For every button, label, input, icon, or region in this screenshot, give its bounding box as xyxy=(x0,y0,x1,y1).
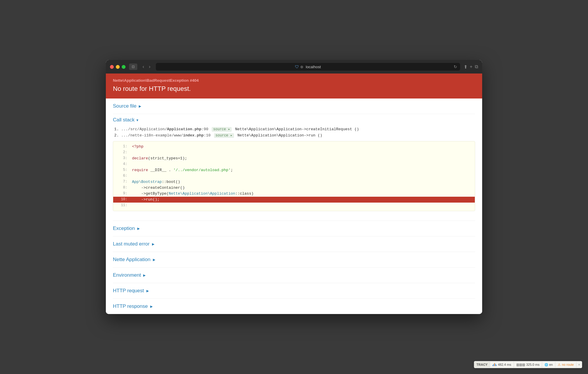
nette-application-section[interactable]: Nette Application ▶ xyxy=(106,252,482,267)
code-line-7: 7: App\Bootstrap::boot() xyxy=(113,179,475,185)
privacy-icon: ⊕ xyxy=(300,65,303,69)
code-line-1: 1: <?php xyxy=(113,144,475,150)
warning-icon: ⚠ xyxy=(558,363,561,367)
http-response-title: HTTP response xyxy=(113,303,148,309)
callstack-args-1: () xyxy=(354,127,359,131)
address-bar[interactable]: 🛡 ⊕ localhost ↻ xyxy=(156,63,460,71)
tracy-label: TRACY xyxy=(474,362,490,368)
share-button[interactable]: ⬆ xyxy=(464,64,467,70)
code-line-5: 5: require __DIR__ . '/../vendor/autoloa… xyxy=(113,167,475,173)
last-muted-error-section[interactable]: Last muted error ▶ xyxy=(106,236,482,252)
tracy-error-label: no route xyxy=(562,363,574,366)
code-line-10: 10: ->run(); xyxy=(113,197,475,203)
memory-icon: ▥▥▥ xyxy=(516,363,525,367)
code-line-2: 2: xyxy=(113,150,475,156)
forward-button[interactable]: › xyxy=(147,64,152,70)
callstack-path-2: .../nette-i18n-example/www/index.php:10 xyxy=(121,133,211,138)
fullscreen-traffic-light[interactable] xyxy=(122,65,126,69)
source-file-title: Source file xyxy=(113,103,136,109)
code-line-6: 6: xyxy=(113,173,475,179)
source-file-arrow: ▶ xyxy=(139,104,141,108)
bar-chart-icon xyxy=(492,363,497,367)
browser-actions: ⬆ + ⧉ xyxy=(464,64,478,70)
last-muted-error-arrow: ▶ xyxy=(152,242,154,246)
source-file-section[interactable]: Source file ▶ xyxy=(106,98,482,114)
exception-label: Nette\Application\BadRequestException #4… xyxy=(113,78,475,83)
exception-arrow: ▶ xyxy=(137,227,140,231)
exception-section[interactable]: Exception ▶ xyxy=(106,221,482,236)
nette-application-title: Nette Application xyxy=(113,257,151,263)
tracy-bar: TRACY 482.4 ms ▥▥▥ 325.0 ms 🌐 en ⚠ no ro… xyxy=(474,361,582,368)
callstack-label: Call stack xyxy=(113,117,135,123)
tracy-time: 482.4 ms xyxy=(498,363,511,366)
http-request-title: HTTP request xyxy=(113,288,144,294)
lang-icon: 🌐 xyxy=(544,363,548,366)
environment-section[interactable]: Environment ▶ xyxy=(106,268,482,283)
tracy-lang-stat: 🌐 en xyxy=(542,362,555,368)
back-button[interactable]: ‹ xyxy=(141,64,146,70)
http-response-section[interactable]: HTTP response ▶ xyxy=(106,299,482,314)
url-text: localhost xyxy=(306,65,321,69)
tab-overview-button[interactable]: ⊡ xyxy=(129,64,137,70)
callstack-item-2: .../nette-i18n-example/www/index.php:10 … xyxy=(121,133,475,138)
callstack-method-2: Nette\Application\Application->run xyxy=(238,133,315,138)
traffic-lights xyxy=(110,65,126,69)
code-line-11: 11: xyxy=(113,203,475,208)
environment-title: Environment xyxy=(113,272,141,278)
minimize-traffic-light[interactable] xyxy=(116,65,120,69)
shield-icon: 🛡 xyxy=(295,64,299,69)
callstack-title[interactable]: Call stack ▾ xyxy=(113,117,475,123)
code-line-4: 4: xyxy=(113,161,475,167)
tracy-memory: 325.0 ms xyxy=(526,363,539,366)
callstack-item-1: .../src/Application/Application.php:90 s… xyxy=(121,127,475,131)
exception-title: Exception xyxy=(113,226,135,231)
close-traffic-light[interactable] xyxy=(110,65,114,69)
tracy-lang: en xyxy=(549,363,553,366)
callstack-list: .../src/Application/Application.php:90 s… xyxy=(113,127,475,138)
error-body: Source file ▶ Call stack ▾ .../src/Appli… xyxy=(106,98,482,314)
code-line-9: 9: ->getByType(Nette\Application\Applica… xyxy=(113,191,475,197)
callstack-source-1[interactable]: source xyxy=(212,127,232,132)
http-request-arrow: ▶ xyxy=(146,289,149,293)
code-line-8: 8: ->createContainer() xyxy=(113,185,475,191)
reload-button[interactable]: ↻ xyxy=(454,64,457,69)
error-header: Nette\Application\BadRequestException #4… xyxy=(106,74,482,98)
tracy-close-button[interactable]: × xyxy=(577,362,582,368)
environment-arrow: ▶ xyxy=(143,273,146,277)
last-muted-error-title: Last muted error xyxy=(113,241,150,247)
tracy-error-stat: ⚠ no route xyxy=(555,362,576,368)
code-block: 1: <?php 2: 3: declare(strict_types=1); … xyxy=(113,141,475,211)
callstack-arrow: ▾ xyxy=(136,118,138,122)
tracy-memory-stat: ▥▥▥ 325.0 ms xyxy=(514,362,542,368)
error-message: No route for HTTP request. xyxy=(113,85,475,93)
nav-buttons: ‹ › xyxy=(141,64,152,70)
http-request-section[interactable]: HTTP request ▶ xyxy=(106,283,482,298)
code-line-3: 3: declare(strict_types=1); xyxy=(113,156,475,161)
browser-window: ⊡ ‹ › 🛡 ⊕ localhost ↻ ⬆ + ⧉ Nette\Applic… xyxy=(106,60,482,314)
address-bar-icons: 🛡 ⊕ xyxy=(295,64,303,69)
tabs-button[interactable]: ⧉ xyxy=(475,64,478,69)
tracy-time-stat: 482.4 ms xyxy=(490,361,514,368)
browser-chrome: ⊡ ‹ › 🛡 ⊕ localhost ↻ ⬆ + ⧉ xyxy=(106,60,482,74)
new-tab-button[interactable]: + xyxy=(470,64,472,69)
callstack-path-1: .../src/Application/Application.php:90 xyxy=(121,127,208,131)
callstack-source-2[interactable]: source xyxy=(214,133,234,138)
nette-application-arrow: ▶ xyxy=(153,258,155,262)
http-response-arrow: ▶ xyxy=(150,305,153,308)
callstack-method-1: Nette\Application\Application->createIni… xyxy=(235,127,352,131)
callstack-args-2: () xyxy=(318,133,323,138)
callstack-section: Call stack ▾ .../src/Application/Applica… xyxy=(106,114,482,221)
